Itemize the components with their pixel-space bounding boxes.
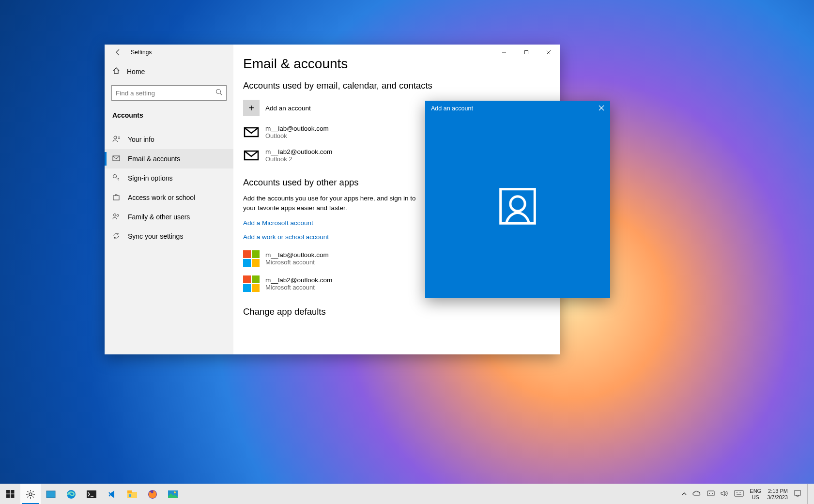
dialog-close-button[interactable]	[599, 105, 604, 112]
clock-time: 2:13 PM	[767, 488, 788, 494]
tray-volume-icon[interactable]	[721, 490, 728, 498]
start-button[interactable]	[0, 484, 20, 504]
nav-item-email-accounts[interactable]: Email & accounts	[105, 149, 233, 168]
taskbar-left	[0, 484, 183, 504]
nav-item-sign-in[interactable]: Sign-in options	[105, 168, 233, 188]
svg-rect-20	[501, 189, 535, 224]
titlebar: Settings	[105, 45, 233, 60]
tray-language[interactable]: ENG US	[750, 488, 761, 500]
account-email: m__lab2@outlook.com	[265, 148, 332, 155]
svg-point-21	[510, 197, 525, 211]
section-title-mail: Accounts used by email, calendar, and co…	[243, 80, 540, 91]
svg-line-31	[28, 491, 29, 492]
search-input[interactable]	[116, 90, 215, 97]
svg-rect-37	[87, 490, 96, 498]
svg-point-45	[709, 493, 710, 494]
svg-line-33	[33, 491, 34, 492]
envelope-icon	[243, 150, 260, 161]
add-account-label: Add an account	[265, 105, 311, 112]
minimize-button[interactable]	[493, 45, 515, 60]
nav-label: Sync your settings	[128, 232, 183, 240]
svg-point-6	[114, 136, 117, 139]
account-sub: Microsoft account	[265, 259, 329, 266]
microsoft-logo-icon	[243, 275, 260, 292]
svg-rect-22	[6, 490, 10, 494]
taskbar-terminal-button[interactable]	[81, 484, 102, 504]
svg-line-32	[33, 496, 34, 497]
svg-line-5	[220, 93, 222, 95]
window-controls	[493, 45, 560, 60]
svg-line-34	[28, 496, 29, 497]
nav-list: Your info Email & accounts Sign-in optio…	[105, 130, 233, 246]
tray-meet-icon[interactable]	[707, 490, 715, 498]
svg-rect-13	[113, 196, 119, 200]
close-button[interactable]	[538, 45, 560, 60]
taskbar-settings-button[interactable]	[20, 484, 41, 504]
taskbar: ENG US 2:13 PM 3/7/2023	[0, 484, 814, 504]
svg-rect-24	[6, 494, 10, 498]
search-box[interactable]	[111, 85, 227, 101]
svg-point-10	[113, 174, 117, 178]
svg-rect-47	[735, 490, 743, 496]
tray-notifications-icon[interactable]	[794, 489, 801, 499]
taskbar-edge-button[interactable]	[61, 484, 81, 504]
tray-overflow-icon[interactable]	[682, 490, 687, 498]
lang-primary: ENG	[750, 488, 761, 494]
svg-rect-40	[129, 494, 131, 497]
svg-rect-53	[795, 490, 800, 495]
sync-icon	[112, 232, 121, 241]
tray-onedrive-icon[interactable]	[692, 490, 701, 498]
account-email: m__lab2@outlook.com	[265, 276, 332, 284]
account-email: m__lab@outlook.com	[265, 251, 329, 259]
tray-keyboard-icon[interactable]	[734, 490, 744, 498]
clock-date: 3/7/2023	[767, 494, 788, 500]
nav-label: Your info	[128, 136, 154, 143]
taskbar-app-button[interactable]	[41, 484, 61, 504]
svg-rect-35	[46, 491, 55, 498]
account-person-icon	[497, 186, 538, 229]
mail-icon	[112, 154, 121, 164]
nav-item-sync[interactable]: Sync your settings	[105, 227, 233, 246]
person-icon	[112, 135, 121, 144]
envelope-icon	[243, 126, 260, 138]
sidebar-category: Accounts	[105, 106, 233, 125]
microsoft-logo-icon	[243, 250, 260, 267]
key-icon	[112, 174, 121, 183]
taskbar-photos-button[interactable]	[163, 484, 183, 504]
nav-item-family[interactable]: Family & other users	[105, 207, 233, 227]
show-desktop-button[interactable]	[807, 484, 811, 504]
nav-item-work-school[interactable]: Access work or school	[105, 188, 233, 207]
people-icon	[112, 213, 121, 222]
nav-label: Family & other users	[128, 213, 190, 221]
home-icon	[112, 67, 120, 76]
svg-line-12	[118, 178, 119, 179]
lang-secondary: US	[750, 494, 761, 500]
section-body-apps: Add the accounts you use for your apps h…	[243, 194, 417, 213]
window-title: Settings	[131, 49, 152, 56]
plus-icon: +	[243, 100, 260, 116]
add-account-dialog: Add an account	[425, 101, 610, 298]
svg-point-15	[117, 214, 119, 216]
back-button[interactable]	[108, 45, 128, 60]
account-sub: Microsoft account	[265, 284, 332, 291]
briefcase-icon	[112, 193, 121, 202]
maximize-button[interactable]	[515, 45, 538, 60]
nav-label: Sign-in options	[128, 174, 173, 182]
sidebar: Settings Home Accounts	[105, 45, 233, 354]
dialog-title: Add an account	[431, 105, 473, 112]
nav-label: Email & accounts	[128, 155, 180, 163]
svg-point-14	[114, 214, 116, 216]
nav-item-your-info[interactable]: Your info	[105, 130, 233, 149]
taskbar-vscode-button[interactable]	[102, 484, 122, 504]
account-sub: Outlook	[265, 132, 329, 139]
desktop: Settings Home Accounts	[0, 0, 814, 504]
account-email: m__lab@outlook.com	[265, 125, 329, 132]
section-title-defaults: Change app defaults	[243, 306, 540, 317]
tray-clock[interactable]: 2:13 PM 3/7/2023	[767, 488, 788, 500]
dialog-titlebar: Add an account	[425, 101, 610, 116]
home-label: Home	[127, 68, 145, 76]
home-button[interactable]: Home	[105, 60, 233, 83]
svg-point-43	[174, 491, 176, 493]
taskbar-firefox-button[interactable]	[142, 484, 163, 504]
taskbar-explorer-button[interactable]	[122, 484, 142, 504]
